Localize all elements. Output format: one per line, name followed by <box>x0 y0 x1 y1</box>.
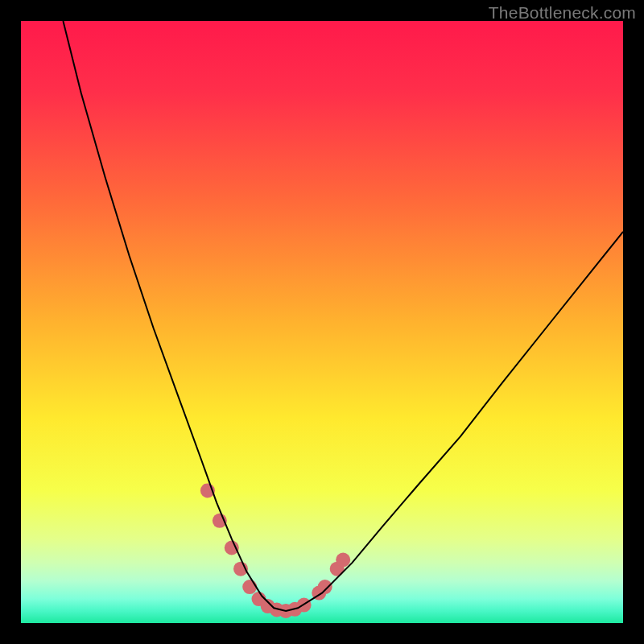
outer-frame: TheBottleneck.com <box>0 0 644 644</box>
highlight-dot <box>318 580 332 594</box>
highlight-dot <box>225 541 239 555</box>
marker-layer <box>200 483 350 618</box>
chart-svg <box>21 21 623 623</box>
highlight-dot <box>242 580 257 594</box>
bottleneck-curve <box>63 21 623 611</box>
highlight-dot <box>336 553 350 568</box>
plot-area <box>21 21 623 623</box>
watermark-text: TheBottleneck.com <box>489 3 636 23</box>
